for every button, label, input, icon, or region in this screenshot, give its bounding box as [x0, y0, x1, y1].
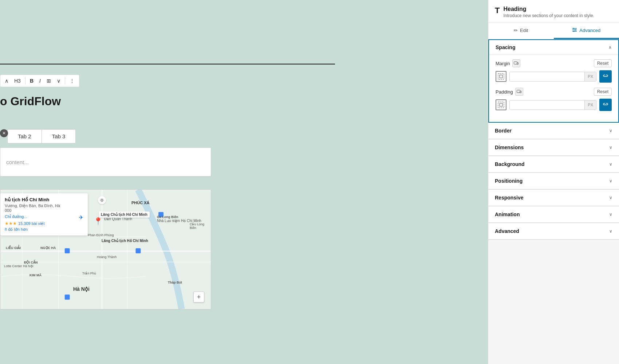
padding-link-button[interactable]: [599, 99, 612, 111]
padding-unit-label: PX: [584, 100, 596, 110]
animation-chevron: ∨: [609, 212, 612, 217]
italic-button[interactable]: I: [37, 76, 43, 85]
spacing-chevron-up: ∧: [608, 45, 612, 50]
section-spacing-header[interactable]: Spacing ∧: [489, 40, 618, 55]
panel-tabs: ✏ Edit Advanced: [488, 23, 619, 39]
padding-box-icon: [496, 99, 506, 110]
link-button[interactable]: ⊞: [44, 76, 53, 85]
map-label-ga-long: Ga Long Biên: [157, 215, 178, 219]
section-dimensions: Dimensions ∨: [488, 139, 619, 156]
widget-title: Heading: [503, 6, 594, 12]
svg-point-16: [573, 31, 575, 32]
map-label-hoang-thanh: Hoàng Thành: [97, 255, 117, 259]
dots-menu-button[interactable]: ⋮: [67, 76, 77, 85]
toolbar-divider-2: [65, 77, 65, 84]
map-info-title: hủ tịch Hồ Chí Minh: [5, 197, 83, 202]
tab-edit-label: Edit: [520, 28, 528, 33]
advanced-icon: [572, 27, 577, 33]
padding-info-button[interactable]: [515, 88, 523, 96]
section-animation-header[interactable]: Animation ∨: [488, 206, 619, 223]
map-info-link-area: Chỉ đường...: [5, 214, 27, 219]
map-directions-icon: ✈: [79, 214, 83, 221]
section-advanced-header[interactable]: Advanced ∨: [488, 223, 619, 240]
map-info-addr: Vương, Điện Bàn, Ba Đình, Hà 000: [5, 203, 83, 213]
section-dimensions-header[interactable]: Dimensions ∨: [488, 139, 619, 156]
map-label-ngoc-ha: NGỌC HÀ: [40, 246, 56, 250]
spacing-content: Margin Reset: [489, 55, 618, 122]
dimensions-title: Dimensions: [495, 145, 524, 150]
responsive-title: Responsive: [495, 195, 524, 201]
map-settings-icon[interactable]: ⚙: [98, 196, 106, 204]
section-border-header[interactable]: Border ∨: [488, 123, 619, 139]
background-title: Background: [495, 161, 525, 167]
map-label-ha-noi: Hà Nội: [73, 286, 90, 292]
map-label-phan-dinh: Phan Định Phùng: [88, 233, 114, 237]
svg-point-14: [575, 29, 576, 31]
map-label-lieu-giai: LIỀU GIẢI: [6, 246, 21, 250]
map-place-pin: 📍: [94, 217, 103, 226]
map-label-doi-can: ĐỘI CẤN: [24, 261, 38, 264]
map-label-kim-ma: KIM MÃ: [29, 273, 42, 277]
svg-rect-23: [498, 102, 504, 108]
map-expand-link[interactable]: ñ đồ lớn hơn: [5, 227, 83, 232]
svg-rect-21: [517, 90, 520, 93]
map-container[interactable]: hủ tịch Hồ Chí Minh Vương, Điện Bàn, Ba …: [0, 189, 211, 309]
margin-info-button[interactable]: [512, 59, 520, 67]
border-title: Border: [495, 128, 512, 134]
edit-icon: ✏: [514, 28, 518, 33]
map-label-thap-but: Tháp Bút: [168, 281, 182, 284]
section-background-header[interactable]: Background ∨: [488, 156, 619, 173]
bold-button[interactable]: B: [28, 76, 36, 85]
section-background: Background ∨: [488, 156, 619, 173]
margin-label: Margin: [496, 61, 510, 66]
section-positioning-header[interactable]: Positioning ∨: [488, 173, 619, 189]
margin-link-button[interactable]: [599, 70, 612, 83]
tab-2[interactable]: Tab 2: [8, 130, 42, 143]
background-chevron: ∨: [609, 162, 612, 167]
section-responsive: Responsive ∨: [488, 190, 619, 206]
right-panel: T Heading Introduce new sections of your…: [488, 0, 619, 364]
svg-rect-24: [500, 103, 502, 106]
padding-value-input[interactable]: [510, 100, 584, 110]
margin-unit-label: PX: [584, 72, 596, 81]
section-advanced: Advanced ∨: [488, 223, 619, 240]
heading-level-button[interactable]: H3: [12, 76, 23, 85]
advanced-chevron: ∨: [609, 229, 612, 234]
svg-rect-7: [65, 248, 70, 253]
map-label-luu-niem: Nhà Lưu niệm Hồ Chí Minh: [157, 219, 201, 223]
tab-advanced-label: Advanced: [579, 28, 600, 33]
collapse-button[interactable]: ∧: [3, 76, 11, 85]
map-background: hủ tịch Hồ Chí Minh Vương, Điện Bàn, Ba …: [0, 190, 211, 309]
widget-icon: T: [495, 7, 500, 15]
margin-reset-button[interactable]: Reset: [594, 59, 612, 67]
positioning-chevron: ∨: [609, 178, 612, 183]
section-animation: Animation ∨: [488, 206, 619, 223]
map-label-lang-chu: Lăng Chủ tịch Hồ Chí Minh: [102, 239, 148, 243]
content-placeholder: content...: [0, 147, 211, 177]
map-label-tran-phu: Trần Phú: [82, 272, 96, 275]
divider-line: [0, 64, 335, 64]
svg-rect-20: [500, 75, 502, 78]
margin-inputs: PX: [496, 70, 612, 83]
margin-value-input[interactable]: [510, 72, 584, 81]
responsive-chevron: ∨: [609, 195, 612, 200]
map-reviews-link[interactable]: 15.309 bài viết: [18, 221, 44, 226]
svg-rect-19: [498, 74, 504, 79]
section-responsive-header[interactable]: Responsive ∨: [488, 190, 619, 206]
section-border: Border ∨: [488, 123, 619, 139]
margin-box-icon: [496, 71, 506, 82]
spacing-title: Spacing: [496, 44, 515, 50]
map-zoom-button[interactable]: +: [193, 292, 204, 302]
padding-label: Padding: [496, 89, 513, 95]
section-spacing: Spacing ∧ Margin Reset: [488, 39, 619, 123]
padding-input-wrap: PX: [509, 100, 596, 110]
tab-advanced[interactable]: Advanced: [554, 23, 619, 39]
more-options-button[interactable]: ∨: [55, 76, 63, 85]
advanced-title: Advanced: [495, 228, 519, 234]
map-label-lotte: Lotte Center Hà Nội: [4, 264, 33, 268]
padding-reset-button[interactable]: Reset: [594, 88, 612, 96]
tab-edit[interactable]: ✏ Edit: [488, 23, 554, 39]
tab-3[interactable]: Tab 3: [42, 130, 76, 143]
map-directions-link[interactable]: Chỉ đường...: [5, 214, 27, 219]
close-button[interactable]: ✕: [0, 129, 8, 137]
